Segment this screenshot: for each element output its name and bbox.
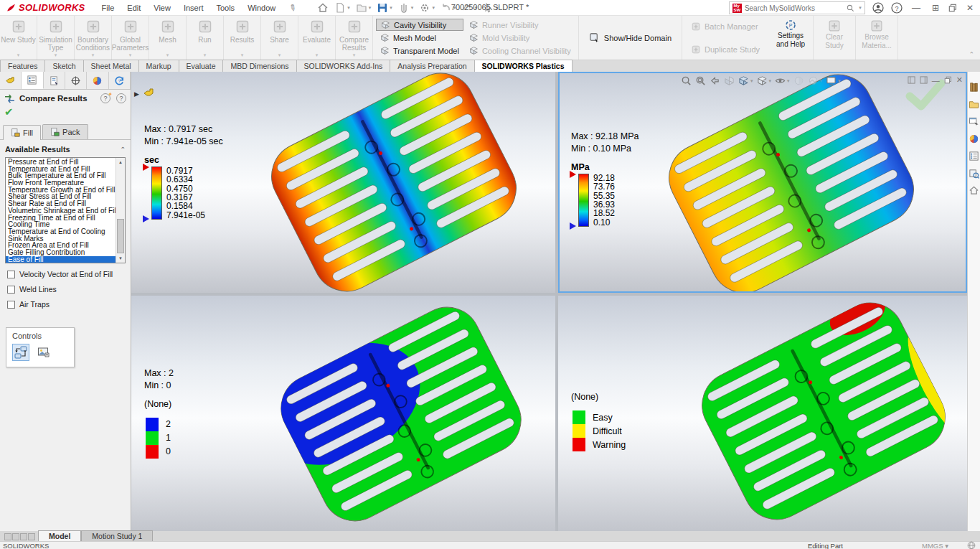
tab-solidworks-plastics[interactable]: SOLIDWORKS Plastics [474,60,573,72]
home-button[interactable] [315,1,331,15]
property-manager-tab[interactable] [22,72,43,89]
help-icon[interactable]: ? [891,2,903,14]
pane-right-icon[interactable] [920,76,928,84]
available-results-list[interactable]: Pressure at End of FillTemperature at En… [5,157,126,263]
new-document-button[interactable]: ▾ [332,1,352,15]
pin-icon[interactable]: ✎ [287,1,298,14]
custom-properties-tab[interactable] [969,151,979,161]
edit-appearance-button[interactable] [793,75,805,87]
collapse-ribbon-chevron[interactable]: ⌃ [969,51,974,58]
clear-study-button[interactable]: Clear Study [814,16,856,60]
open-document-caret[interactable]: ▾ [369,5,372,11]
search-icon[interactable] [847,4,854,12]
attachments-caret[interactable]: ▾ [411,5,414,11]
apply-scene-button[interactable]: ▾ [807,75,824,87]
transparent-model-toggle[interactable]: Transparent Model [376,44,463,57]
viewport-fill-time[interactable]: ▶ Max : 0.7917 secMin : 7.941e-05 secsec… [131,72,555,293]
split-button[interactable] [28,533,35,540]
result-item[interactable]: Volumetric Shrinkage at End of Fill [6,207,116,215]
display-style-button[interactable]: ▾ [756,75,773,87]
result-item[interactable]: Frozen Area at End of Fill [6,242,116,249]
tab-sheet-metal[interactable]: Sheet Metal [83,60,139,72]
tab-mbd-dimensions[interactable]: MBD Dimensions [222,60,296,72]
checkbox-velocity-vector-at-end-of-fill[interactable]: Velocity Vector at End of Fill [0,266,131,281]
search-box[interactable]: MySW ▾ [729,1,865,14]
file-explorer-tab[interactable] [969,99,979,110]
tab-fill[interactable]: Fill [3,125,41,140]
panel-help-button[interactable]: ? [116,93,126,103]
view-palette-tab[interactable] [969,116,979,127]
menu-window[interactable]: Window [241,1,282,14]
solidworks-resources-tab[interactable] [969,168,979,179]
pane-left-icon[interactable] [908,76,915,84]
menu-file[interactable]: File [95,1,121,14]
search-input[interactable] [745,4,844,12]
open-document-button[interactable]: ▾ [354,1,374,15]
viewport-ease-of-fill[interactable]: (None)EasyDifficultWarning [558,296,967,531]
units-selector[interactable]: MMGS ▾ [922,542,948,549]
menu-insert[interactable]: Insert [177,1,210,14]
checkbox-weld-lines[interactable]: Weld Lines [0,281,131,296]
restore-button[interactable] [948,4,957,12]
collapse-section-chevron[interactable]: ⌃ [120,146,126,153]
user-account-icon[interactable] [872,2,884,14]
tab-features[interactable]: Features [0,60,45,72]
save-caret[interactable]: ▾ [390,5,392,11]
tab-pack[interactable]: Pack [42,124,88,139]
checkbox-box[interactable] [7,271,15,278]
viewport-minimize-icon[interactable]: — [932,76,940,85]
split-button[interactable] [20,533,27,540]
close-button[interactable]: ✕ [964,3,976,13]
viewport-gate-contribution[interactable]: Max : 2Min : 0(None)210 [131,296,555,531]
result-item[interactable]: Ease of Fill [6,256,116,263]
tab-sketch[interactable]: Sketch [44,60,83,72]
configurations-tab[interactable] [44,72,65,89]
result-item[interactable]: Temperature at End of Fill [6,166,116,173]
doc-tab-motion-study-1[interactable]: Motion Study 1 [81,530,153,541]
result-item[interactable]: Temperature at End of Cooling [6,228,116,235]
result-item[interactable]: Flow Front Temperature [6,179,116,187]
part-tree-tab[interactable] [0,72,22,89]
maximize-grid-button[interactable]: ⊞ [930,3,941,13]
doc-tab-model[interactable]: Model [38,530,81,541]
options-gear-caret[interactable]: ▾ [432,5,435,11]
previous-view-button[interactable] [709,75,721,87]
viewport-restore-icon[interactable] [944,76,952,84]
available-results-header[interactable]: Available Results ⌃ [0,140,131,156]
globe-icon[interactable] [967,541,976,549]
result-item[interactable]: Shear Rate at End of Fill [6,200,116,207]
tab-evaluate[interactable]: Evaluate [179,60,224,72]
section-view-button[interactable] [723,75,735,87]
cooling-channel-visibility-toggle[interactable]: Cooling Channel Visibility [465,44,575,57]
plastics-manager-tab[interactable]: ? [109,72,131,89]
tab-markup[interactable]: Markup [138,60,179,72]
scroll-up-arrow[interactable]: ▲ [116,158,125,166]
view-orientation-button[interactable]: ▾ [738,75,754,87]
mesh-model-toggle[interactable]: Mesh Model [376,32,463,44]
result-item[interactable]: Shear Stress at End of Fill [6,193,116,200]
save-button[interactable]: ▾ [374,1,395,15]
hide-show-items-button[interactable]: ▾ [774,75,791,87]
checkbox-air-traps[interactable]: Air Traps [0,296,131,311]
minimize-button[interactable]: — [910,3,923,13]
menu-edit[interactable]: Edit [121,1,147,14]
show-hide-domain-button[interactable]: Show/Hide Domain [579,16,682,60]
animate-results-button[interactable] [12,344,29,361]
scroll-down-arrow[interactable]: ▼ [116,254,125,263]
model-ease-of-fill[interactable] [667,300,967,522]
result-item[interactable]: Gate Filling Contribution [6,249,116,256]
design-library-tab[interactable] [969,82,979,93]
viewport-stress[interactable]: ▾▾▾▾▾ — ✕ Max : 92.18 MPaMin : 0.10 MPaM… [558,72,967,293]
list-scrollbar[interactable]: ▲ ▼ [116,158,125,263]
view-settings-button[interactable]: ▾ [825,75,842,87]
search-options-caret[interactable]: ▾ [859,5,862,11]
scroll-thumb[interactable] [117,219,124,253]
flyout-tree-arrow[interactable]: ▶ [134,90,139,98]
menu-tools[interactable]: Tools [209,1,241,14]
zoom-area-button[interactable] [694,75,707,87]
part-icon[interactable] [143,88,154,97]
result-item[interactable]: Sink Marks [6,235,116,243]
runner-visibility-toggle[interactable]: Runner Visibility [465,19,575,31]
zoom-fit-button[interactable] [680,75,692,87]
home-tab[interactable] [969,185,979,196]
